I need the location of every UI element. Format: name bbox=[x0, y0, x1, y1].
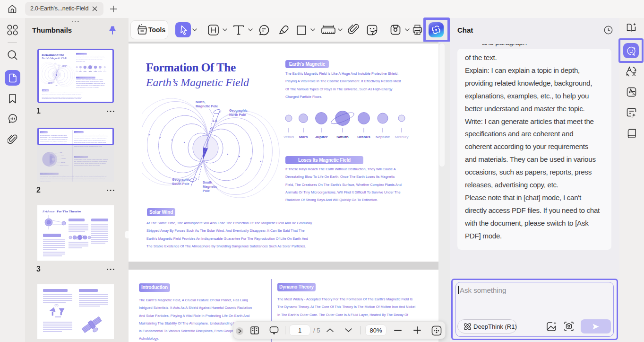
svg-text:Mercury: Mercury bbox=[395, 135, 409, 139]
svg-text:South Pole: South Pole bbox=[172, 182, 189, 185]
svg-text:Jupiter: Jupiter bbox=[315, 135, 328, 139]
svg-text:South: South bbox=[203, 181, 212, 184]
svg-text:North Pole: North Pole bbox=[229, 113, 246, 116]
svg-text:Uranus: Uranus bbox=[357, 135, 370, 139]
svg-text:Venus: Venus bbox=[283, 135, 294, 139]
svg-text:North,: North, bbox=[196, 100, 206, 104]
svg-text:Geographic: Geographic bbox=[172, 178, 190, 182]
svg-text:Geographic: Geographic bbox=[229, 109, 248, 113]
svg-text:Evidence: Evidence bbox=[42, 210, 55, 213]
svg-text:1.5: 1.5 bbox=[213, 119, 217, 123]
svg-text:Mars: Mars bbox=[299, 135, 308, 139]
svg-text:Neptune: Neptune bbox=[376, 135, 390, 139]
svg-text:Saturn: Saturn bbox=[336, 135, 348, 139]
svg-text:Magnetic Pole: Magnetic Pole bbox=[196, 105, 218, 108]
svg-text:For The Theories: For The Theories bbox=[57, 210, 81, 213]
svg-text:Magnetic: Magnetic bbox=[203, 185, 217, 189]
svg-text:Pole: Pole bbox=[203, 189, 210, 193]
